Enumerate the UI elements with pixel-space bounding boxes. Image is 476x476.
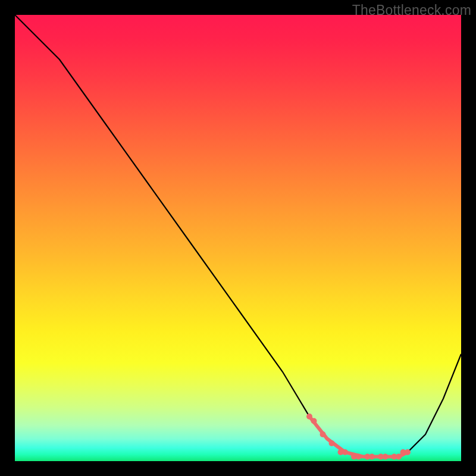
highlight-dot (369, 454, 375, 460)
highlight-dot (396, 454, 402, 460)
highlight-dots (306, 414, 411, 460)
plot-area (15, 15, 461, 461)
curve-line (15, 15, 461, 457)
highlight-dot (311, 418, 317, 424)
highlight-dot (383, 454, 389, 460)
highlight-dot (329, 440, 335, 446)
highlight-dot (320, 431, 326, 437)
highlight-dot (356, 454, 362, 460)
chart-frame: TheBottleneck.com (0, 0, 476, 476)
highlight-dot (306, 414, 312, 419)
chart-overlay (15, 15, 461, 461)
watermark-text: TheBottleneck.com (352, 2, 471, 18)
highlight-dot (342, 449, 348, 455)
highlight-dot (405, 449, 411, 455)
